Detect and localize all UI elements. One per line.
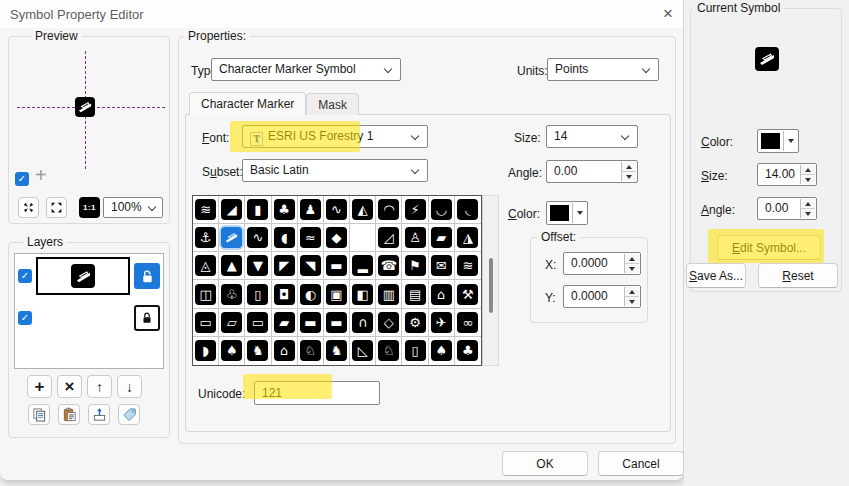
- layer-1-symbol-preview[interactable]: [36, 257, 130, 295]
- units-dropdown[interactable]: Points: [547, 58, 659, 81]
- glyph-cell-radio-tower[interactable]: ⚑: [402, 252, 428, 280]
- glyph-cell-motorboat[interactable]: ▰: [429, 224, 455, 252]
- glyph-cell-horseback[interactable]: ♞: [245, 337, 271, 365]
- cs-size-spinner[interactable]: 14.00: [757, 163, 817, 186]
- glyph-cell-rowboat[interactable]: ◖: [272, 224, 298, 252]
- glyph-cell-hiker[interactable]: ♟: [298, 196, 324, 224]
- copy-layer-button[interactable]: [28, 404, 50, 425]
- glyph-cell-first-aid[interactable]: ◧: [350, 280, 376, 308]
- spinner-buttons[interactable]: [621, 162, 636, 181]
- layer-1-visibility-checkbox[interactable]: ✓: [18, 269, 32, 283]
- glyph-cell-airplane[interactable]: ✈: [429, 309, 455, 337]
- offset-y-spinner[interactable]: 0.0000: [563, 285, 641, 308]
- glyph-cell-kayak[interactable]: ◆: [324, 224, 350, 252]
- glyph-cell-gas-station[interactable]: ▤: [402, 280, 428, 308]
- glyph-cell-kennel[interactable]: ▯: [402, 337, 428, 365]
- glyph-cell-whitewater[interactable]: ∿: [245, 224, 271, 252]
- cs-color-picker[interactable]: [757, 129, 799, 153]
- spinner-buttons[interactable]: [624, 287, 639, 306]
- glyph-cell-water-ski-jump[interactable]: ◿: [376, 224, 402, 252]
- glyph-cell-dam[interactable]: ◢: [219, 196, 245, 224]
- layer-row-1[interactable]: ✓: [15, 254, 163, 298]
- glyph-cell-windsurfing[interactable]: ◬: [193, 252, 219, 280]
- glyph-cell-helicopter[interactable]: ⚙: [402, 309, 428, 337]
- zoom-extent-button[interactable]: [46, 197, 67, 218]
- glyph-cell-motorcycle[interactable]: ∞: [455, 309, 481, 337]
- glyph-cell-rifle-range[interactable]: ▬: [324, 252, 350, 280]
- add-layer-button[interactable]: +: [27, 375, 52, 398]
- color-picker[interactable]: [546, 201, 588, 225]
- glyph-cell-monument[interactable]: ▮: [245, 196, 271, 224]
- layer-2-visibility-checkbox[interactable]: ✓: [18, 311, 32, 325]
- move-layer-up-button[interactable]: ↑: [87, 375, 112, 398]
- glyph-cell-glider[interactable]: ◤: [272, 252, 298, 280]
- layer-2-lock-button[interactable]: [134, 305, 160, 331]
- reset-button[interactable]: Reset: [758, 263, 838, 288]
- unicode-input[interactable]: 121: [254, 381, 380, 405]
- glyph-cell-water-skier[interactable]: ♙: [402, 224, 428, 252]
- spinner-buttons[interactable]: [800, 199, 815, 218]
- glyph-cell-stable[interactable]: ⌂: [272, 337, 298, 365]
- zoom-to-fit-button[interactable]: [18, 197, 39, 218]
- layer-1-lock-button[interactable]: [134, 263, 160, 289]
- move-layer-down-button[interactable]: ↓: [117, 375, 142, 398]
- delete-layer-button[interactable]: ×: [57, 375, 82, 398]
- glyph-cell-skier[interactable]: ⚡: [402, 196, 428, 224]
- glyph-cell-pack-animal[interactable]: ♘: [298, 337, 324, 365]
- angle-spinner[interactable]: 0.00: [546, 160, 638, 183]
- glyph-cell-boat-launch[interactable]: [219, 224, 245, 252]
- glyph-cell-gardening[interactable]: ♧: [219, 280, 245, 308]
- glyph-cell-horse[interactable]: ♞: [324, 337, 350, 365]
- spinner-buttons[interactable]: [624, 254, 639, 273]
- glyph-cell-ski-jump[interactable]: ◠: [376, 196, 402, 224]
- glyph-cell-hammock[interactable]: ◡: [429, 196, 455, 224]
- scrollbar-thumb[interactable]: [489, 258, 493, 313]
- cancel-button[interactable]: Cancel: [598, 451, 684, 476]
- paste-layer-button[interactable]: [58, 404, 80, 425]
- glyph-cell-hang-glider[interactable]: ▼: [245, 252, 271, 280]
- close-icon[interactable]: ×: [656, 3, 680, 25]
- glyph-cell-sedan[interactable]: ▬: [324, 309, 350, 337]
- save-as-button[interactable]: Save As...: [686, 263, 746, 288]
- type-dropdown[interactable]: Character Marker Symbol: [211, 58, 401, 81]
- glyph-cell-horse-crossing[interactable]: ◺: [350, 337, 376, 365]
- glyph-cell-recliner[interactable]: ◟: [455, 196, 481, 224]
- tab-mask[interactable]: Mask: [306, 93, 359, 115]
- glyph-cell-hand-plant[interactable]: ♣: [272, 196, 298, 224]
- glyph-grid-scrollbar[interactable]: [482, 195, 499, 366]
- glyph-cell-wrench[interactable]: ⚒: [455, 280, 481, 308]
- glyph-cell-smoking[interactable]: ▂: [350, 252, 376, 280]
- glyph-cell-forest[interactable]: ♣: [455, 337, 481, 365]
- actual-size-button[interactable]: 1:1: [79, 197, 100, 218]
- glyph-cell-bird[interactable]: ◗: [193, 337, 219, 365]
- glyph-cell-lens[interactable]: ◐: [298, 280, 324, 308]
- edit-symbol-button[interactable]: Edit Symbol...: [717, 235, 821, 260]
- glyph-cell-sonar[interactable]: ≋: [455, 252, 481, 280]
- offset-x-spinner[interactable]: 0.0000: [563, 252, 641, 275]
- tab-character-marker[interactable]: Character Marker: [189, 92, 306, 115]
- glyph-cell-crew-rowing[interactable]: ≈: [298, 224, 324, 252]
- glyph-cell-picture-frame[interactable]: ◫: [193, 280, 219, 308]
- glyph-cell-trash-can[interactable]: ▯: [245, 280, 271, 308]
- glyph-cell-water-waves[interactable]: ≋: [193, 196, 219, 224]
- glyph-cell-shotgun[interactable]: ◥: [298, 252, 324, 280]
- spinner-buttons[interactable]: [800, 165, 815, 184]
- glyph-cell-truck[interactable]: ▰: [272, 309, 298, 337]
- glyph-cell-bus[interactable]: ▭: [245, 309, 271, 337]
- glyph-cell-binoculars[interactable]: ◘: [272, 280, 298, 308]
- glyph-cell-rv-camper[interactable]: ▭: [193, 309, 219, 337]
- glyph-cell-swimmer[interactable]: ∿: [324, 196, 350, 224]
- glyph-cell-tunnel[interactable]: ∩: [350, 309, 376, 337]
- glyph-cell-anchor[interactable]: ⚓: [193, 224, 219, 252]
- load-symbol-button[interactable]: [88, 404, 110, 425]
- glyph-cell-small-sailboat[interactable]: ▲: [219, 252, 245, 280]
- glyph-cell-eagle[interactable]: ♠: [219, 337, 245, 365]
- tag-button[interactable]: [118, 404, 140, 425]
- glyph-cell-mail[interactable]: ✉: [429, 252, 455, 280]
- subset-dropdown[interactable]: Basic Latin: [242, 159, 428, 182]
- glyph-cell-car[interactable]: ▬: [298, 309, 324, 337]
- glyph-cell-restroom-door[interactable]: ⌂: [429, 280, 455, 308]
- glyph-cell-sailboat[interactable]: ◮: [455, 224, 481, 252]
- cs-angle-spinner[interactable]: 0.00: [757, 197, 817, 220]
- layer-row-2[interactable]: ✓: [15, 298, 163, 338]
